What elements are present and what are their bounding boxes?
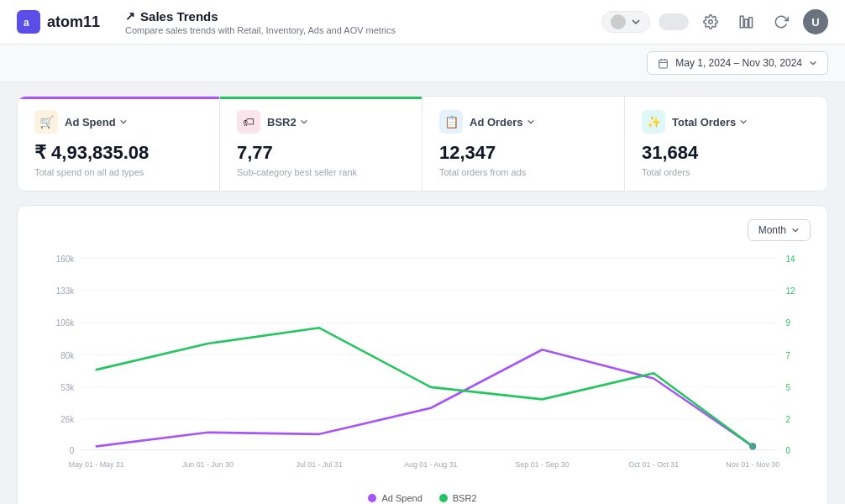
- page-info: ↗ Sales Trends Compare sales trends with…: [125, 9, 601, 35]
- chevron-down-icon: [527, 118, 535, 126]
- period-selector[interactable]: Month: [748, 219, 811, 241]
- total-orders-value: 31,684: [642, 142, 811, 164]
- chevron-down-icon: [119, 118, 128, 126]
- chart-legend: Ad Spend BSR2: [34, 493, 811, 503]
- svg-text:Jul 01 - Jul 31: Jul 01 - Jul 31: [297, 460, 343, 469]
- logo-icon: a: [17, 10, 40, 34]
- legend-label-ad-spend: Ad Spend: [381, 493, 422, 503]
- toggle-group[interactable]: [601, 11, 650, 33]
- legend-dot-ad-spend: [368, 494, 376, 502]
- svg-text:53k: 53k: [60, 383, 75, 392]
- svg-text:Sep 01 - Sep 30: Sep 01 - Sep 30: [516, 460, 569, 469]
- total-orders-icon: ✨: [642, 110, 665, 134]
- svg-text:Aug 01 - Aug 31: Aug 01 - Aug 31: [404, 460, 457, 469]
- svg-text:26k: 26k: [60, 415, 75, 424]
- calendar-icon: [658, 58, 669, 69]
- logo: a atom11: [17, 10, 100, 34]
- svg-text:0: 0: [786, 445, 791, 454]
- svg-text:106k: 106k: [56, 318, 75, 328]
- chevron-down-icon: [300, 118, 308, 126]
- chart-icon[interactable]: [732, 8, 759, 35]
- ad-spend-icon: 🛒: [34, 110, 58, 134]
- metric-card-total-orders: ✨ Total Orders 31,684 Total orders: [625, 97, 827, 191]
- settings-icon[interactable]: [697, 8, 724, 35]
- legend-item-bsr2: BSR2: [439, 493, 477, 503]
- ad-orders-label[interactable]: Ad Orders: [470, 116, 535, 129]
- metric-card-ad-orders: 📋 Ad Orders 12,347 Total orders from ads: [422, 97, 625, 191]
- svg-text:Jun 01 - Jun 30: Jun 01 - Jun 30: [182, 460, 234, 469]
- refresh-icon[interactable]: [768, 8, 795, 35]
- svg-text:May 01 - May 31: May 01 - May 31: [69, 460, 124, 469]
- chevron-down-icon: [809, 59, 817, 67]
- header-actions: U: [601, 8, 828, 35]
- date-range-label: May 1, 2024 – Nov 30, 2024: [675, 57, 802, 69]
- ad-orders-desc: Total orders from ads: [439, 167, 607, 177]
- legend-item-ad-spend: Ad Spend: [368, 493, 422, 503]
- svg-text:9: 9: [786, 318, 791, 328]
- svg-text:Nov 01 - Nov 30: Nov 01 - Nov 30: [726, 460, 779, 469]
- bsr2-value: 7,77: [237, 142, 405, 164]
- chevron-down-icon: [631, 17, 641, 27]
- legend-label-bsr2: BSR2: [453, 493, 477, 503]
- page-subtitle: Compare sales trends with Retail, Invent…: [125, 25, 601, 35]
- svg-text:7: 7: [786, 350, 791, 360]
- chevron-down-icon: [791, 226, 800, 234]
- svg-rect-3: [740, 16, 743, 28]
- svg-point-2: [709, 20, 713, 24]
- bsr2-label[interactable]: BSR2: [267, 116, 308, 129]
- chevron-down-icon: [739, 118, 748, 126]
- page-title-icon: ↗: [125, 9, 135, 23]
- period-label: Month: [758, 224, 786, 236]
- svg-text:5: 5: [786, 383, 791, 392]
- svg-text:a: a: [24, 17, 29, 29]
- svg-rect-4: [745, 19, 748, 28]
- bsr2-desc: Sub-category best seller rank: [237, 167, 405, 177]
- metric-card-ad-spend: 🛒 Ad Spend ₹ 4,93,835.08 Total spend on …: [18, 97, 220, 191]
- subheader: May 1, 2024 – Nov 30, 2024: [0, 45, 845, 82]
- metric-cards: 🛒 Ad Spend ₹ 4,93,835.08 Total spend on …: [17, 96, 828, 192]
- toggle-switch[interactable]: [659, 13, 689, 30]
- total-orders-label[interactable]: Total Orders: [672, 116, 748, 129]
- chart-area: 0 26k 53k 80k 106k 133k 160k 0 2 5 7 9 1…: [34, 249, 811, 485]
- ad-orders-icon: 📋: [439, 110, 463, 134]
- metric-card-bsr2: 🏷 BSR2 7,77 Sub-category best seller ran…: [220, 97, 422, 191]
- logo-text: atom11: [47, 13, 100, 31]
- chart-section: Month 0 26k 53k 80k 106k 133k: [17, 205, 828, 504]
- page-title: ↗ Sales Trends: [125, 9, 601, 24]
- svg-text:0: 0: [70, 445, 75, 454]
- svg-text:Oct 01 - Oct 31: Oct 01 - Oct 31: [628, 460, 679, 469]
- chart-header: Month: [34, 219, 811, 241]
- svg-text:2: 2: [786, 415, 791, 424]
- bsr2-icon: 🏷: [237, 110, 260, 134]
- svg-text:160k: 160k: [56, 254, 75, 263]
- ad-spend-value: ₹ 4,93,835.08: [34, 142, 202, 164]
- date-range-picker[interactable]: May 1, 2024 – Nov 30, 2024: [647, 51, 828, 75]
- svg-rect-5: [749, 18, 753, 28]
- svg-text:14: 14: [786, 254, 795, 263]
- trend-chart: 0 26k 53k 80k 106k 133k 160k 0 2 5 7 9 1…: [34, 249, 811, 485]
- ad-spend-label[interactable]: Ad Spend: [65, 116, 128, 129]
- svg-text:12: 12: [786, 286, 795, 296]
- main-content: 🛒 Ad Spend ₹ 4,93,835.08 Total spend on …: [0, 82, 845, 504]
- svg-rect-6: [659, 60, 668, 68]
- svg-text:133k: 133k: [56, 286, 75, 296]
- ad-spend-desc: Total spend on all ad types: [34, 167, 202, 177]
- total-orders-desc: Total orders: [642, 167, 811, 177]
- svg-text:80k: 80k: [60, 350, 75, 360]
- legend-dot-bsr2: [439, 494, 448, 502]
- toggle-dot: [611, 14, 626, 29]
- user-avatar[interactable]: U: [803, 9, 828, 34]
- ad-orders-value: 12,347: [439, 142, 607, 164]
- header: a atom11 ↗ Sales Trends Compare sales tr…: [0, 0, 845, 45]
- svg-point-39: [749, 443, 756, 449]
